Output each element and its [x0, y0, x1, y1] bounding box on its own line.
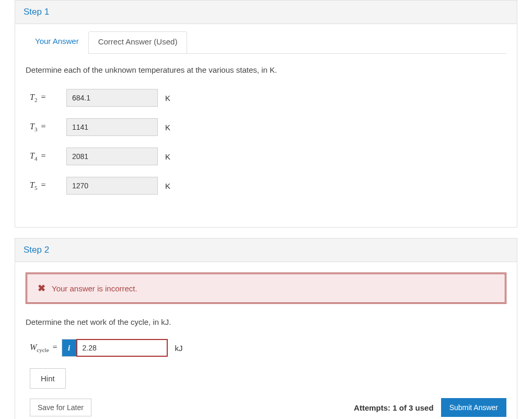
input-row-t5: T5 = K [26, 177, 506, 195]
input-t3[interactable] [66, 118, 158, 136]
step1-prompt: Determine each of the unknown temperatur… [26, 54, 506, 89]
attempts-submit-group: Attempts: 1 of 3 used Submit Answer [354, 398, 506, 417]
step2-body: ✖ Your answer is incorrect. Determine th… [15, 273, 517, 419]
save-for-later-button[interactable]: Save for Later [30, 399, 91, 416]
step2-prompt: Determine the net work of the cycle, in … [26, 314, 506, 339]
tab-correct-answer[interactable]: Correct Answer (Used) [88, 31, 188, 53]
input-wcycle[interactable] [76, 339, 168, 357]
input-row-t3: T3 = K [26, 118, 506, 136]
unit-t2: K [165, 94, 170, 103]
unit-t5: K [165, 182, 170, 190]
hint-button[interactable]: Hint [30, 368, 66, 389]
close-icon: ✖ [38, 282, 45, 294]
tabs-row: Your Answer Correct Answer (Used) [26, 24, 506, 54]
input-t2[interactable] [66, 89, 158, 107]
step2-panel: Step 2 ✖ Your answer is incorrect. Deter… [15, 238, 517, 419]
label-t2: T2 = [30, 93, 66, 103]
unit-t4: K [165, 152, 170, 161]
info-icon[interactable]: i [62, 339, 76, 357]
error-banner: ✖ Your answer is incorrect. [26, 273, 506, 304]
input-row-t4: T4 = K [26, 148, 506, 165]
input-row-wcycle: Wcycle = i kJ [26, 339, 506, 357]
footer-row: Save for Later Attempts: 1 of 3 used Sub… [26, 398, 506, 417]
step2-header: Step 2 [15, 239, 517, 262]
label-wcycle: Wcycle = [30, 343, 57, 353]
label-t4: T4 = [30, 151, 66, 162]
unit-wcycle: kJ [175, 344, 183, 353]
label-t3: T3 = [30, 122, 66, 132]
tab-your-answer[interactable]: Your Answer [26, 31, 88, 54]
label-t5: T5 = [30, 180, 66, 191]
input-wrap-wcycle: i [62, 339, 168, 357]
submit-answer-button[interactable]: Submit Answer [441, 398, 506, 417]
step1-panel: Step 1 Your Answer Correct Answer (Used)… [15, 0, 517, 228]
input-t5[interactable] [66, 177, 158, 195]
attempts-text: Attempts: 1 of 3 used [354, 403, 434, 412]
step1-header: Step 1 [15, 1, 517, 24]
step1-body: Your Answer Correct Answer (Used) Determ… [15, 24, 517, 227]
input-row-t2: T2 = K [26, 89, 506, 107]
input-t4[interactable] [66, 148, 158, 165]
unit-t3: K [165, 123, 170, 132]
error-message: Your answer is incorrect. [52, 284, 137, 293]
